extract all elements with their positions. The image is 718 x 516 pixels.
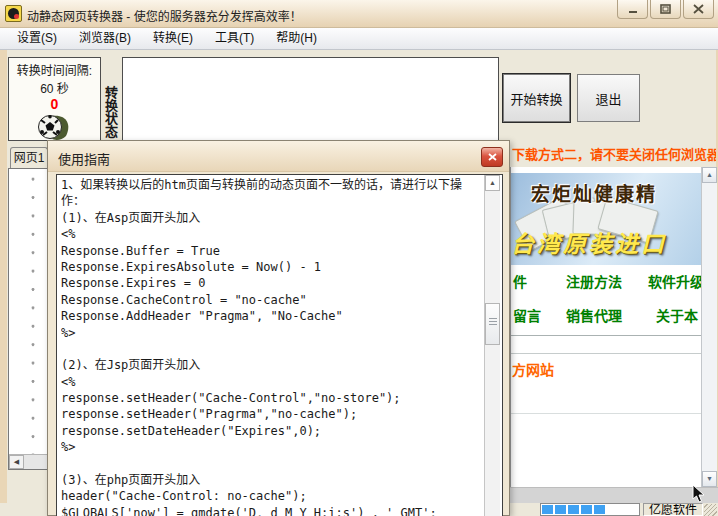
guide-line: Response.AddHeader "Pragma", "No-Cache" [61,308,502,324]
start-convert-button[interactable]: 开始转换 [503,74,570,122]
window-frame-left [0,50,7,516]
guide-line: <% [61,374,502,390]
guide-line: 作： [61,193,502,209]
progress-bar [540,503,640,516]
guide-line: (3)、在php页面开头加入 [61,472,502,488]
guide-line: (2)、在Jsp页面开头加入 [61,357,502,373]
guide-vertical-scrollbar[interactable]: ▲ [484,175,500,516]
guide-line: %> [61,439,502,455]
guide-line: <% [61,226,502,242]
guide-line: response.setHeader("Pragrma","no-cache")… [61,406,502,422]
menu-settings[interactable]: 设置(S) [6,28,68,49]
link-message[interactable]: 留言 [513,305,541,325]
guide-line: Response.Expires = 0 [61,275,502,291]
divider [511,353,702,354]
guide-line: response.setDateHeader("Expires",0); [61,423,502,439]
titlebar[interactable]: 动静态网页转换器 - 使您的服务器充分发挥高效率！ [0,0,718,28]
guide-line: (1)、在Asp页面开头加入 [61,210,502,226]
progress-block [581,505,592,514]
banner-subtitle: 台湾原装进口 [511,225,667,259]
ad-banner[interactable]: 宏炬灿健康精 台湾原装进口 [511,173,702,265]
progress-block [594,505,605,514]
link-software-upgrade[interactable]: 软件升级 [648,271,704,291]
menu-help[interactable]: 帮助(H) [265,28,328,49]
interval-label: 转换时间间隔: [9,61,100,78]
window-controls [617,0,714,19]
brand-label: 亿愿软件 [643,503,703,516]
guide-line: Response.Buffer = True [61,243,502,259]
scroll-up-icon[interactable]: ▲ [485,175,500,191]
app-icon [5,5,22,22]
scroll-left-icon[interactable]: ◀ [9,455,24,469]
download-notice: 下载方式二，请不要关闭任何浏览器！ [512,144,716,163]
link-sales-agent[interactable]: 销售代理 [566,305,622,325]
minimize-button[interactable] [617,0,648,19]
interval-value: 60 秒 [9,79,100,96]
maximize-button[interactable] [650,0,681,19]
guide-line: Response.ExpiresAbsolute = Now() - 1 [61,259,502,275]
interval-panel: 转换时间间隔: 60 秒 0 [8,57,101,141]
conversion-status-box [122,57,499,141]
scroll-up-icon[interactable]: ▲ [702,167,717,183]
close-icon [488,153,497,161]
close-icon [693,4,704,14]
link-official-site[interactable]: 方网站 [512,359,554,379]
guide-line: %> [61,325,502,341]
app-window: 动静态网页转换器 - 使您的服务器充分发挥高效率！ 设置(S) 浏览器(B) 转… [0,0,718,516]
conversion-status-label: 转换状态 [100,86,120,146]
dialog-title: 使用指南 [58,149,110,168]
menu-browser[interactable]: 浏览器(B) [68,28,142,49]
user-guide-dialog: 使用指南 1、如果转换以后的htm页面与转换前的动态页面不一致的话，请进行以下操… [47,140,510,516]
guide-line [61,341,502,357]
progress-block [555,505,566,514]
guide-line: Response.CacheControl = "no-cache" [61,292,502,308]
menu-convert[interactable]: 转换(E) [142,28,204,49]
guide-line: 1、如果转换以后的htm页面与转换前的动态页面不一致的话，请进行以下操 [61,177,502,193]
guide-line: response.setHeader("Cache-Control","no-s… [61,390,502,406]
resize-grip[interactable] [704,504,717,516]
dialog-titlebar[interactable]: 使用指南 [48,141,509,172]
countdown-value: 0 [9,96,100,112]
guide-line: header("Cache-Control: no-cache"); [61,488,502,504]
banner-title: 宏炬灿健康精 [531,179,657,206]
guide-text-area[interactable]: 1、如果转换以后的htm页面与转换前的动态页面不一致的话，请进行以下操 作： (… [56,174,503,516]
browser-pane: 宏炬灿健康精 台湾原装进口 件 注册方法 软件升级 留言 销售代理 关于本 方网… [510,167,717,487]
window-title: 动静态网页转换器 - 使您的服务器充分发挥高效率！ [27,7,302,24]
link-register-method[interactable]: 注册方法 [566,271,622,291]
menu-bar: 设置(S) 浏览器(B) 转换(E) 工具(T) 帮助(H) [0,28,718,50]
mouse-cursor [692,484,706,504]
guide-line [61,456,502,472]
tab-page1[interactable]: 网页1 [10,147,48,169]
exit-button[interactable]: 退出 [577,74,640,122]
divider [511,413,702,414]
browser-horizontal-scrollbar[interactable] [510,487,718,503]
link-about[interactable]: 关于本 [656,305,698,325]
guide-line: $GLOBALS['now'] = gmdate('D, d M Y H:i:s… [61,505,502,516]
browser-vertical-scrollbar[interactable]: ▲ ▼ [701,167,717,487]
dialog-close-button[interactable] [481,147,503,167]
menu-tools[interactable]: 工具(T) [204,28,265,49]
progress-block [542,505,553,514]
scrollbar-thumb[interactable] [485,303,500,345]
minimize-icon [628,5,638,14]
progress-block [568,505,579,514]
divider [511,335,702,336]
close-button[interactable] [683,0,714,19]
link-fragment-1[interactable]: 件 [513,271,527,291]
maximize-icon [660,4,671,14]
